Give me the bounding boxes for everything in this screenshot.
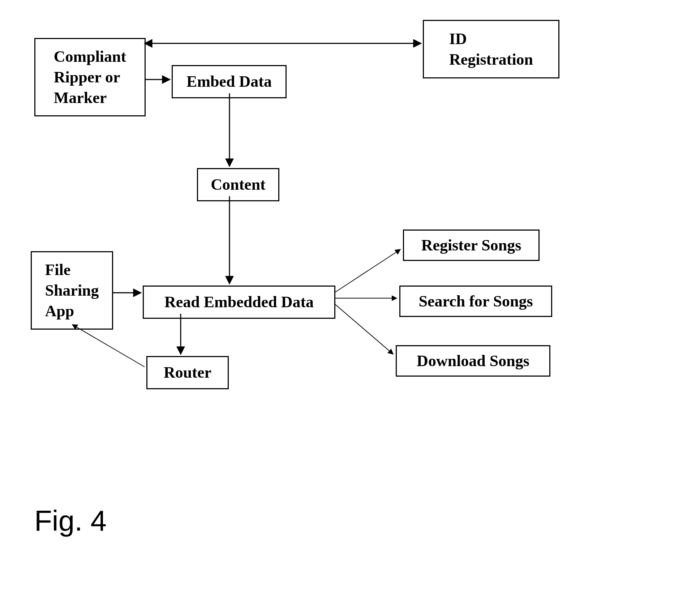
svg-line-7 — [334, 249, 400, 293]
node-register-songs-label: Register Songs — [421, 235, 521, 256]
node-id-registration: ID Registration — [423, 20, 559, 78]
svg-line-6 — [72, 325, 145, 367]
node-compliant-label: Compliant Ripper or Marker — [54, 46, 126, 108]
node-id-registration-label: ID Registration — [449, 29, 533, 70]
node-router: Router — [146, 356, 229, 389]
node-embed-data-label: Embed Data — [186, 71, 272, 92]
node-download-songs: Download Songs — [396, 345, 550, 377]
node-compliant: Compliant Ripper or Marker — [34, 38, 146, 116]
node-read-embedded-data-label: Read Embedded Data — [164, 292, 314, 312]
figure-label: Fig. 4 — [34, 504, 107, 537]
node-file-sharing-app: File Sharing App — [31, 251, 113, 330]
node-content-label: Content — [211, 174, 266, 195]
node-content: Content — [197, 168, 279, 201]
figure-label-text: Fig. 4 — [34, 505, 107, 537]
node-search-songs-label: Search for Songs — [418, 291, 533, 312]
node-router-label: Router — [164, 362, 211, 383]
node-read-embedded-data: Read Embedded Data — [143, 286, 335, 319]
node-file-sharing-app-label: File Sharing App — [45, 260, 99, 322]
svg-line-9 — [334, 304, 393, 354]
node-embed-data: Embed Data — [172, 65, 287, 98]
node-download-songs-label: Download Songs — [417, 351, 529, 371]
node-register-songs: Register Songs — [403, 230, 540, 261]
node-search-songs: Search for Songs — [399, 286, 552, 317]
